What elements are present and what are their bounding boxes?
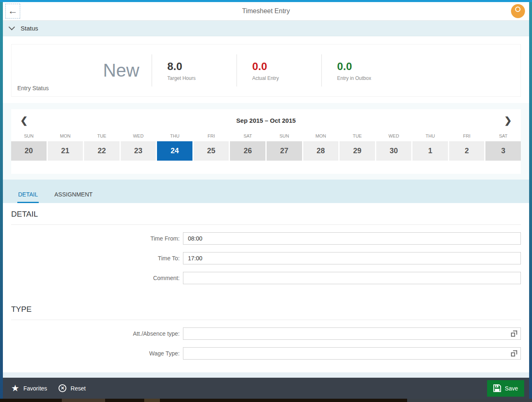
absence-type-row: Att./Absence type: — [11, 327, 521, 340]
tab-assignment[interactable]: ASSIGNMENT — [54, 191, 94, 203]
time-from-row: Time From: — [11, 232, 521, 245]
day-of-week-label: TUE — [84, 132, 120, 141]
day-of-week-label: SAT — [485, 132, 521, 141]
day-of-week-label: SUN — [267, 132, 302, 141]
wage-type-label: Wage Type: — [11, 350, 183, 357]
desktop-strip-segment — [62, 399, 105, 402]
calendar-day: WED30 — [376, 132, 412, 161]
calendar-day: TUE22 — [84, 132, 120, 161]
date-cell[interactable]: 22 — [84, 141, 120, 161]
reset-circle-x-icon: ✕ — [59, 384, 66, 392]
app-header: ← Timesheet Entry — [3, 2, 529, 21]
day-of-week-label: WED — [121, 132, 156, 141]
kpi-target-hours: 8.0 Target Hours — [152, 60, 237, 81]
calendar-day: TUE29 — [340, 132, 375, 161]
kpi-label: Entry in Outbox — [337, 75, 406, 81]
status-panel-label: Status — [21, 25, 38, 32]
calendar-day: FRI2 — [449, 132, 485, 161]
calendar-day: THU1 — [412, 132, 448, 161]
calendar-days: SUN20 MON21 TUE22 WED23 THU24 FRI25 SAT2… — [11, 132, 521, 161]
date-cell[interactable]: 29 — [340, 141, 375, 161]
wage-type-input[interactable] — [183, 347, 521, 360]
window-left-edge — [0, 2, 3, 399]
tab-detail[interactable]: DETAIL — [17, 191, 39, 203]
star-icon: ★ — [11, 384, 19, 393]
save-label: Save — [505, 385, 518, 392]
avatar-person-icon — [515, 7, 520, 12]
date-cell[interactable]: 21 — [48, 141, 83, 161]
time-to-row: Time To: — [11, 252, 521, 264]
footer-toolbar: ★ Favorites ✕ Reset Save — [3, 378, 529, 399]
calendar-header: ❮ Sep 2015 – Oct 2015 ❯ — [11, 109, 521, 132]
entry-status-label: Entry Status — [17, 85, 49, 91]
kpi-value: 0.0 — [337, 60, 406, 73]
kpi-value: 0.0 — [252, 60, 321, 73]
day-of-week-label: FRI — [449, 132, 485, 141]
kpi-entry-in-outbox: 0.0 Entry in Outbox — [322, 60, 406, 81]
time-from-label: Time From: — [11, 235, 183, 242]
date-cell[interactable]: 28 — [303, 141, 339, 161]
calendar-strip: ❮ Sep 2015 – Oct 2015 ❯ SUN20 MON21 TUE2… — [11, 109, 521, 174]
desktop-strip — [0, 399, 532, 402]
day-of-week-label: TUE — [340, 132, 375, 141]
calendar-day: FRI25 — [194, 132, 229, 161]
absence-type-input[interactable] — [183, 327, 521, 340]
tab-bar: DETAIL ASSIGNMENT — [3, 180, 529, 203]
favorites-label: Favorites — [23, 385, 47, 392]
date-cell[interactable]: 2 — [449, 141, 485, 161]
day-of-week-label: THU — [412, 132, 448, 141]
date-cell[interactable]: 23 — [121, 141, 156, 161]
status-kpi-card: Entry Status New 8.0 Target Hours 0.0 Ac… — [11, 44, 521, 97]
day-of-week-label: FRI — [194, 132, 229, 141]
save-button[interactable]: Save — [487, 380, 524, 397]
reset-label: Reset — [70, 385, 86, 392]
calendar-day: WED23 — [121, 132, 156, 161]
favorites-button[interactable]: ★ Favorites — [11, 384, 47, 393]
calendar-prev-icon[interactable]: ❮ — [20, 116, 28, 125]
date-cell[interactable]: 20 — [11, 141, 47, 161]
reset-button[interactable]: ✕ Reset — [59, 384, 86, 392]
time-from-input[interactable] — [183, 232, 521, 245]
timesheet-app: ← Timesheet Entry Status Entry Status Ne… — [3, 2, 529, 399]
comment-row: Comment: — [11, 272, 521, 284]
comment-label: Comment: — [11, 275, 183, 281]
calendar-day: SAT26 — [230, 132, 265, 161]
calendar-next-icon[interactable]: ❯ — [504, 116, 512, 125]
time-to-label: Time To: — [11, 255, 183, 262]
day-of-week-label: WED — [376, 132, 412, 141]
type-section-heading: TYPE — [11, 298, 521, 320]
time-to-input[interactable] — [183, 252, 521, 264]
detail-section-heading: DETAIL — [11, 203, 521, 225]
kpi-label: Target Hours — [167, 75, 237, 81]
date-cell[interactable]: 30 — [376, 141, 412, 161]
day-of-week-label: MON — [303, 132, 339, 141]
date-cell[interactable]: 27 — [267, 141, 302, 161]
kpi-value: 8.0 — [167, 60, 237, 73]
day-of-week-label: SUN — [11, 132, 47, 141]
desktop-strip-segment — [144, 399, 160, 402]
comment-input[interactable] — [183, 272, 521, 284]
date-cell[interactable]: 25 — [194, 141, 229, 161]
date-cell[interactable]: 3 — [485, 141, 521, 161]
absence-type-label: Att./Absence type: — [11, 330, 183, 337]
date-cell-selected[interactable]: 24 — [157, 141, 192, 161]
value-help-icon[interactable] — [511, 351, 517, 357]
calendar-day: SAT3 — [485, 132, 521, 161]
chevron-down-icon — [9, 24, 15, 30]
day-of-week-label: MON — [48, 132, 83, 141]
wage-type-row: Wage Type: — [11, 347, 521, 360]
value-help-icon[interactable] — [511, 331, 517, 337]
calendar-day: MON21 — [48, 132, 83, 161]
status-panel-header[interactable]: Status — [3, 21, 529, 36]
calendar-day: MON28 — [303, 132, 339, 161]
day-of-week-label: THU — [157, 132, 192, 141]
page-title: Timesheet Entry — [3, 7, 529, 15]
calendar-day: SUN27 — [267, 132, 302, 161]
kpi-label: Actual Entry — [252, 75, 321, 81]
user-avatar[interactable] — [511, 4, 525, 18]
day-of-week-label: SAT — [230, 132, 265, 141]
detail-form: DETAIL Time From: Time To: Comment: TYPE… — [3, 203, 529, 372]
desktop-strip-segment — [407, 399, 532, 402]
date-cell[interactable]: 26 — [230, 141, 265, 161]
date-cell[interactable]: 1 — [412, 141, 448, 161]
